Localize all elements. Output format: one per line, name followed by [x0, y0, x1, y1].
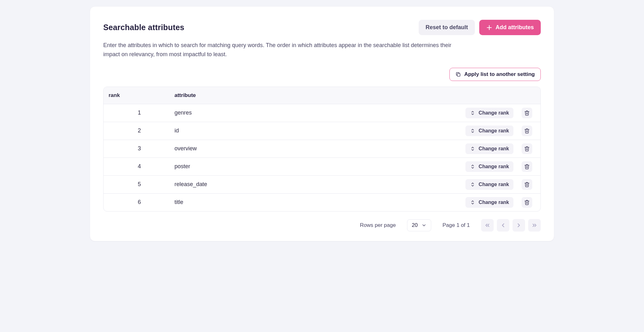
apply-list-button[interactable]: Apply list to another setting [449, 68, 541, 81]
cell-attribute: id [171, 127, 454, 134]
table-footer: Rows per page 20 Page 1 of 1 [103, 219, 541, 232]
rows-per-page-label: Rows per page [360, 222, 396, 228]
change-rank-label: Change rank [479, 110, 509, 116]
chevron-down-icon [421, 223, 427, 228]
sort-icon [470, 110, 475, 116]
header-actions: Reset to default Add attributes [419, 20, 541, 35]
chevron-right-icon [516, 222, 522, 228]
delete-row-button[interactable] [522, 143, 532, 154]
change-rank-button[interactable]: Change rank [465, 161, 513, 172]
plus-icon [486, 24, 492, 31]
table-row: 2idChange rank [104, 122, 540, 140]
add-attributes-button[interactable]: Add attributes [479, 20, 541, 35]
trash-icon [524, 128, 530, 134]
chevrons-left-icon [484, 222, 491, 228]
cell-rank: 4 [108, 163, 171, 170]
col-header-attribute: attribute [171, 92, 454, 99]
table-row: 3overviewChange rank [104, 140, 540, 158]
trash-icon [524, 182, 530, 187]
delete-row-button[interactable] [522, 108, 532, 118]
cell-rank: 2 [108, 127, 171, 134]
cell-rank: 6 [108, 199, 171, 206]
delete-row-button[interactable] [522, 161, 532, 172]
delete-row-button[interactable] [522, 126, 532, 136]
pagination [481, 219, 541, 232]
sort-icon [470, 128, 475, 134]
chevron-left-icon [500, 222, 506, 228]
description-text: Enter the attributes in which to search … [103, 41, 455, 59]
delete-row-button[interactable] [522, 179, 532, 190]
cell-attribute: overview [171, 145, 454, 152]
cell-attribute: release_date [171, 181, 454, 188]
card-header: Searchable attributes Reset to default A… [103, 20, 541, 35]
rows-per-page-value: 20 [412, 222, 418, 228]
delete-row-button[interactable] [522, 197, 532, 208]
change-rank-button[interactable]: Change rank [465, 126, 513, 136]
table-header: rank attribute [104, 87, 540, 104]
table-row: 4posterChange rank [104, 158, 540, 175]
page-next-button[interactable] [513, 219, 525, 232]
table-row: 1genresChange rank [104, 104, 540, 122]
rows-per-page-select[interactable]: 20 [407, 219, 431, 231]
attributes-table: rank attribute 1genresChange rank2idChan… [103, 87, 541, 212]
apply-row: Apply list to another setting [103, 68, 541, 81]
trash-icon [524, 200, 530, 205]
trash-icon [524, 110, 530, 116]
page-prev-button[interactable] [497, 219, 509, 232]
page-last-button[interactable] [528, 219, 541, 232]
cell-rank: 5 [108, 181, 171, 188]
settings-card: Searchable attributes Reset to default A… [90, 6, 554, 241]
cell-attribute: genres [171, 110, 454, 116]
add-attributes-label: Add attributes [496, 24, 534, 31]
change-rank-label: Change rank [479, 146, 509, 152]
reset-to-default-label: Reset to default [426, 24, 468, 31]
sort-icon [470, 164, 475, 169]
table-row: 6titleChange rank [104, 193, 540, 211]
cell-attribute: title [171, 199, 454, 206]
change-rank-button[interactable]: Change rank [465, 143, 513, 154]
col-header-rank: rank [108, 92, 171, 99]
change-rank-label: Change rank [479, 182, 509, 187]
reset-to-default-button[interactable]: Reset to default [419, 20, 475, 35]
cell-attribute: poster [171, 163, 454, 170]
change-rank-label: Change rank [479, 200, 509, 205]
chevrons-right-icon [531, 222, 538, 228]
change-rank-label: Change rank [479, 164, 509, 169]
change-rank-button[interactable]: Change rank [465, 179, 513, 190]
trash-icon [524, 164, 530, 169]
sort-icon [470, 182, 475, 187]
cell-rank: 3 [108, 145, 171, 152]
change-rank-label: Change rank [479, 128, 509, 134]
copy-icon [455, 72, 461, 77]
sort-icon [470, 200, 475, 205]
change-rank-button[interactable]: Change rank [465, 197, 513, 208]
sort-icon [470, 146, 475, 152]
table-row: 5release_dateChange rank [104, 175, 540, 193]
trash-icon [524, 146, 530, 152]
apply-list-label: Apply list to another setting [464, 71, 535, 78]
table-body: 1genresChange rank2idChange rank3overvie… [104, 104, 540, 211]
svg-rect-2 [457, 73, 460, 76]
page-first-button[interactable] [481, 219, 494, 232]
page-title: Searchable attributes [103, 23, 184, 32]
page-status: Page 1 of 1 [443, 222, 470, 228]
change-rank-button[interactable]: Change rank [465, 108, 513, 118]
cell-rank: 1 [108, 110, 171, 116]
